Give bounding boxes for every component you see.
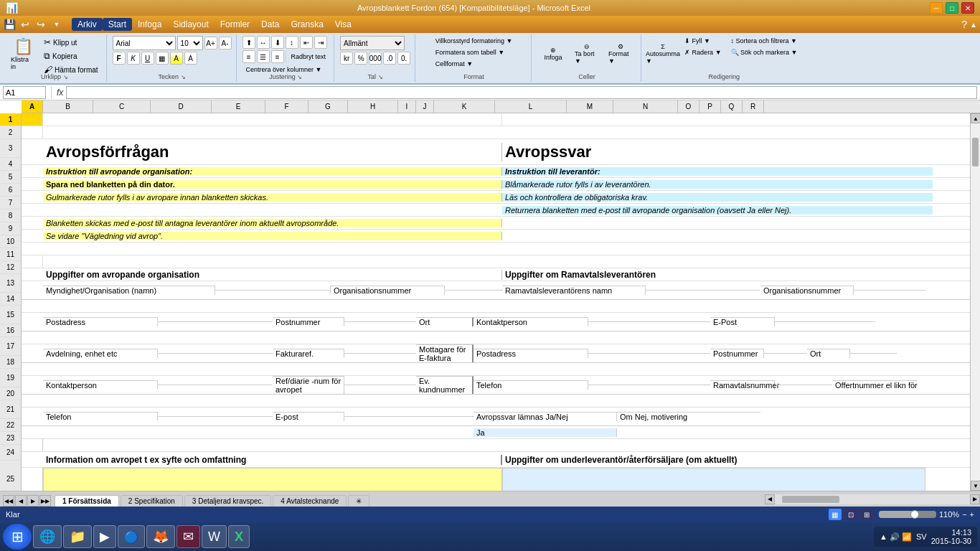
zoom-slider[interactable] [879, 511, 936, 518]
cell-ramavtal-value[interactable] [646, 290, 760, 291]
sheet-tab-4[interactable]: 4 Avtalstecknande [273, 495, 347, 507]
row-num-12[interactable]: 12 [0, 261, 21, 274]
col-header-n[interactable]: N [613, 100, 678, 113]
taskbar-firefox[interactable]: 🦊 [146, 525, 175, 548]
tab-scroll-next-btn[interactable]: ▶ [27, 495, 39, 507]
cell-refdiarie-label[interactable]: Ref/diarie -num för avropet [273, 376, 344, 394]
cell-epost-right-value[interactable] [775, 321, 875, 322]
cell-postnr-left-value[interactable] [344, 321, 416, 322]
zoom-thumb[interactable] [910, 510, 919, 519]
cell-kontaktperson-right-value[interactable] [588, 321, 710, 322]
cell-postnr-right-label[interactable]: Postnummer [710, 349, 764, 358]
row-num-16[interactable]: 16 [0, 324, 21, 337]
page-layout-btn[interactable]: ⊡ [844, 509, 857, 520]
right-section-title[interactable]: Uppgifter om Ramavtalsleverantören [502, 270, 933, 280]
row-num-21[interactable]: 21 [0, 400, 21, 419]
row-num-1[interactable]: 1 [0, 113, 21, 126]
bold-button[interactable]: F [113, 52, 126, 65]
cell-myndighet-value[interactable] [215, 290, 330, 291]
cell-postadress-right-value[interactable] [588, 353, 710, 354]
col-header-m[interactable]: M [567, 100, 613, 113]
row-num-3[interactable]: 3 [0, 139, 21, 158]
cell-fakturaref-label[interactable]: Fakturaref. [273, 349, 344, 358]
cell-postadress-left-value[interactable] [158, 321, 273, 322]
row-num-23[interactable]: 23 [0, 432, 21, 445]
col-header-i[interactable]: I [398, 100, 416, 113]
left-instr-3[interactable]: Blanketten skickas med e-post till antag… [43, 219, 502, 227]
taskbar-excel[interactable]: X [228, 525, 250, 548]
cell-postadress-right-label[interactable]: Postadress [473, 349, 588, 358]
formula-input[interactable] [66, 86, 977, 99]
format-table-btn[interactable]: Formatera som tabell ▼ [432, 47, 517, 57]
cell-kontaktperson-right-label[interactable]: Kontaktperson [473, 317, 588, 326]
row-num-15[interactable]: 15 [0, 306, 21, 324]
cut-button[interactable]: ✂Klipp ut [40, 36, 102, 49]
left-section-title[interactable]: Uppgifter om avropande organisation [43, 270, 502, 280]
decimal-dec-btn[interactable]: 0. [397, 52, 410, 65]
cell-postadress-left-label[interactable]: Postadress [43, 317, 158, 326]
row-num-19[interactable]: 19 [0, 369, 21, 387]
cell-ort-right-label[interactable]: Ort [807, 349, 850, 358]
left-title-cell[interactable]: Avropsförfrågan [43, 143, 502, 161]
copy-button[interactable]: ⧉Kopiera [40, 50, 102, 62]
start-button[interactable]: ⊞ [3, 524, 32, 550]
col-header-c[interactable]: C [93, 100, 151, 113]
row-num-25[interactable]: 25 [0, 461, 21, 491]
scroll-right-btn[interactable]: ▶ [970, 494, 980, 504]
font-select[interactable]: Arial [113, 36, 176, 50]
font-color-button[interactable]: A [184, 52, 197, 65]
tab-scroll-left-btn[interactable]: ◀◀ [3, 495, 14, 507]
autosum-btn[interactable]: ΣAutosumma ▼ [647, 36, 679, 72]
cell-ramavtal-label[interactable]: Ramavtalsleverantörens namn [502, 286, 646, 295]
right-instr-1[interactable]: Blåmarkerade rutor fylls i av leverantör… [502, 180, 933, 189]
menu-granska[interactable]: Granska [285, 18, 329, 31]
redo-btn[interactable]: ↪ [34, 18, 47, 31]
taskbar-mail[interactable]: ✉ [176, 525, 200, 548]
row-num-7[interactable]: 7 [0, 197, 21, 209]
col-header-g[interactable]: G [308, 100, 348, 113]
row-num-17[interactable]: 17 [0, 337, 21, 356]
left-instr-1[interactable]: Spara ned blanketten på din dator. [43, 180, 502, 189]
scroll-up-btn[interactable]: ▲ [971, 113, 980, 123]
number-format-select[interactable]: Allmänt [340, 36, 405, 50]
cell-orgnr-right-value[interactable] [854, 290, 925, 291]
conditional-format-btn[interactable]: Villkorsstyrd formatering ▼ [432, 36, 517, 46]
cell-kontaktperson-left-value[interactable] [158, 385, 273, 385]
comma-btn[interactable]: 000 [369, 52, 382, 65]
sheet-tab-1[interactable]: 1 Försättssida [55, 495, 119, 507]
menu-data[interactable]: Data [255, 18, 285, 31]
cell-reference-input[interactable] [3, 86, 46, 99]
menu-arkiv[interactable]: Arkiv [72, 18, 103, 31]
cell-a1[interactable] [22, 113, 43, 126]
cell-kontaktperson-left-label[interactable]: Kontaktperson [43, 380, 158, 390]
cell-styles-btn[interactable]: Cellformat ▼ [432, 59, 517, 69]
cell-refdiarie-value[interactable] [344, 385, 416, 385]
menu-formler[interactable]: Formler [215, 18, 255, 31]
row-num-5[interactable]: 5 [0, 171, 21, 184]
col-header-p[interactable]: P [699, 100, 721, 113]
sub-content-area[interactable] [502, 468, 925, 491]
cell-telefon-right-label[interactable]: Telefon [473, 380, 588, 390]
decrease-font-btn[interactable]: A- [219, 37, 232, 50]
qat-dropdown[interactable]: ▼ [50, 18, 63, 31]
menu-start[interactable]: Start [103, 18, 132, 31]
cell-myndighet-label[interactable]: Myndighet/Organisation (namn) [43, 286, 215, 295]
decimal-inc-btn[interactable]: .0 [383, 52, 396, 65]
cell-postnr-right-value[interactable] [764, 353, 807, 354]
currency-btn[interactable]: kr [340, 52, 353, 65]
cell-ort-right-value[interactable] [850, 353, 897, 354]
cell-avdelning-label[interactable]: Avdelning, enhet etc [43, 349, 158, 358]
left-instr-header[interactable]: Instruktion till avropande organisation: [43, 167, 502, 176]
cell-ramavtalsnr-value[interactable] [775, 385, 832, 385]
cell-orgnr-left-value[interactable] [445, 290, 502, 291]
taskbar-explorer[interactable]: 📁 [63, 525, 92, 548]
cell-telefon-right-value[interactable] [588, 385, 710, 385]
format-cells-btn[interactable]: ⚙Format ▼ [605, 36, 636, 72]
sheet-tab-new[interactable]: ✳ [348, 495, 369, 507]
cell-avropssvar-label[interactable]: Avropssvar lämnas Ja/Nej [473, 412, 617, 421]
clear-btn[interactable]: ✗ Radera ▼ [681, 47, 725, 57]
cell-offertnr-label[interactable]: Offertnummer el likn för [832, 380, 918, 390]
cell-ort-left-label[interactable]: Ort [416, 317, 473, 326]
right-instr-2[interactable]: Läs och kontrollera de obligatoriska kra… [502, 193, 933, 202]
row-num-13[interactable]: 13 [0, 274, 21, 293]
